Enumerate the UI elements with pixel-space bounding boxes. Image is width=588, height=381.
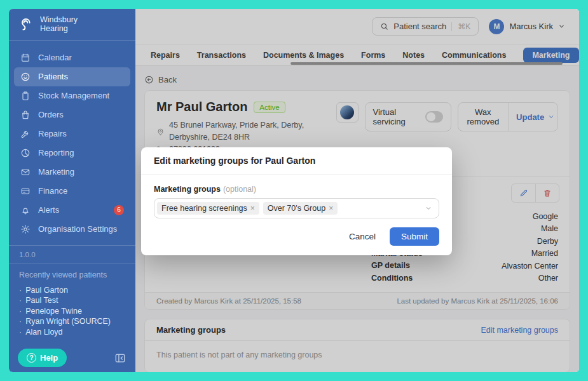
tag-label: Over 70's Group xyxy=(268,204,325,213)
envelope-icon xyxy=(20,167,31,177)
main-area: Patient search ⌘K M Marcus Kirk Repairs … xyxy=(135,9,579,372)
marketing-groups-field-label: Marketing groups(optional) xyxy=(154,183,439,194)
recent-patient-name: Penelope Twine xyxy=(25,307,82,316)
shopping-bag-icon xyxy=(20,110,31,120)
question-mark-icon: ? xyxy=(27,353,36,363)
sidebar-item-label: Finance xyxy=(38,186,67,196)
sidebar-item-reporting[interactable]: Reporting xyxy=(14,144,130,163)
field-optional-text: (optional) xyxy=(223,185,256,194)
recent-patient-name: Paul Garton xyxy=(25,286,68,295)
sidebar-item-calendar[interactable]: Calendar xyxy=(14,48,130,67)
selected-tag: Over 70's Group xyxy=(263,202,338,215)
sidebar-item-stock-management[interactable]: Stock Management xyxy=(14,86,130,105)
marketing-groups-multiselect[interactable]: Free hearing screenings Over 70's Group xyxy=(154,198,439,218)
tag-label: Free hearing screenings xyxy=(161,204,247,213)
help-label: Help xyxy=(40,353,58,363)
sidebar-item-repairs[interactable]: Repairs xyxy=(14,124,130,144)
sidebar-item-label: Repairs xyxy=(38,129,67,138)
recent-patient-name: Alan Lloyd xyxy=(25,328,62,337)
sidebar-item-orders[interactable]: Orders xyxy=(14,105,130,124)
recently-viewed-title: Recently viewed patients xyxy=(19,271,125,279)
sidebar-item-label: Reporting xyxy=(38,148,74,157)
field-label-text: Marketing groups xyxy=(154,185,221,194)
recent-patient-link[interactable]: Penelope Twine xyxy=(19,306,125,317)
app-window: Windsbury Hearing Calendar Patients Stoc… xyxy=(9,9,579,372)
recent-patient-link[interactable]: Ryan Wright (SOURCE) xyxy=(19,316,125,327)
app-version: 1.0.0 xyxy=(9,246,135,264)
gear-icon xyxy=(20,224,31,234)
sidebar-item-label: Calendar xyxy=(38,53,72,62)
pie-chart-icon xyxy=(20,148,31,158)
brand: Windsbury Hearing xyxy=(9,9,135,41)
modal-title: Edit marketing groups for Paul Garton xyxy=(141,147,452,175)
wrench-icon xyxy=(20,129,31,139)
recent-patient-name: Ryan Wright (SOURCE) xyxy=(25,317,111,326)
clipboard-icon xyxy=(20,91,31,101)
recent-patient-link[interactable]: Paul Garton xyxy=(19,285,125,296)
tag-remove-icon[interactable] xyxy=(250,204,255,212)
select-chevron-down-icon xyxy=(425,204,432,212)
tag-remove-icon[interactable] xyxy=(329,204,333,212)
sidebar-item-label: Marketing xyxy=(38,167,74,177)
edit-marketing-groups-modal: Edit marketing groups for Paul Garton Ma… xyxy=(141,147,452,255)
sidebar-item-patients[interactable]: Patients xyxy=(14,67,130,86)
sidebar-item-label: Organisation Settings xyxy=(38,224,117,234)
sidebar-nav: Calendar Patients Stock Management Order… xyxy=(9,41,135,239)
sidebar-item-finance[interactable]: Finance xyxy=(14,182,130,201)
sidebar-item-label: Orders xyxy=(38,110,64,119)
ear-logo-icon xyxy=(18,16,34,32)
selected-tag: Free hearing screenings xyxy=(157,202,259,215)
sidebar-item-label: Alerts xyxy=(38,205,59,215)
collapse-sidebar-button[interactable] xyxy=(114,352,126,364)
cancel-button[interactable]: Cancel xyxy=(340,227,385,246)
sidebar: Windsbury Hearing Calendar Patients Stoc… xyxy=(9,9,135,372)
patients-icon xyxy=(20,72,31,82)
collapse-sidebar-icon xyxy=(114,352,126,364)
sidebar-item-organisation-settings[interactable]: Organisation Settings xyxy=(14,220,130,239)
sidebar-item-alerts[interactable]: Alerts 6 xyxy=(14,201,130,220)
brand-name: Windsbury Hearing xyxy=(40,15,78,34)
recent-patient-name: Paul Test xyxy=(25,296,58,305)
calendar-icon xyxy=(20,53,31,63)
alerts-count-badge: 6 xyxy=(114,205,124,215)
sidebar-item-label: Stock Management xyxy=(38,91,109,100)
recent-patient-link[interactable]: Paul Test xyxy=(19,295,125,306)
recently-viewed: Recently viewed patients Paul Garton Pau… xyxy=(9,264,135,342)
recent-patient-link[interactable]: Alan Lloyd xyxy=(19,327,125,338)
sidebar-item-marketing[interactable]: Marketing xyxy=(14,163,130,182)
help-button[interactable]: ? Help xyxy=(18,349,67,367)
sidebar-item-label: Patients xyxy=(38,72,68,81)
sidebar-bottom: 1.0.0 Recently viewed patients Paul Gart… xyxy=(9,239,135,372)
credit-card-icon xyxy=(20,186,31,196)
bell-icon xyxy=(20,205,31,215)
submit-button[interactable]: Submit xyxy=(390,227,439,246)
